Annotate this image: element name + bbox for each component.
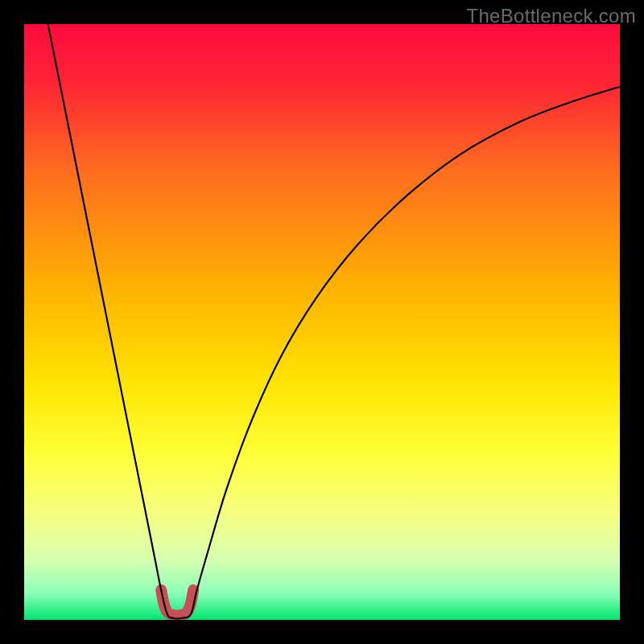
plot-area [24,24,620,620]
chart-svg [24,24,620,620]
chart-frame: TheBottleneck.com [0,0,644,644]
gradient-background [24,24,620,620]
